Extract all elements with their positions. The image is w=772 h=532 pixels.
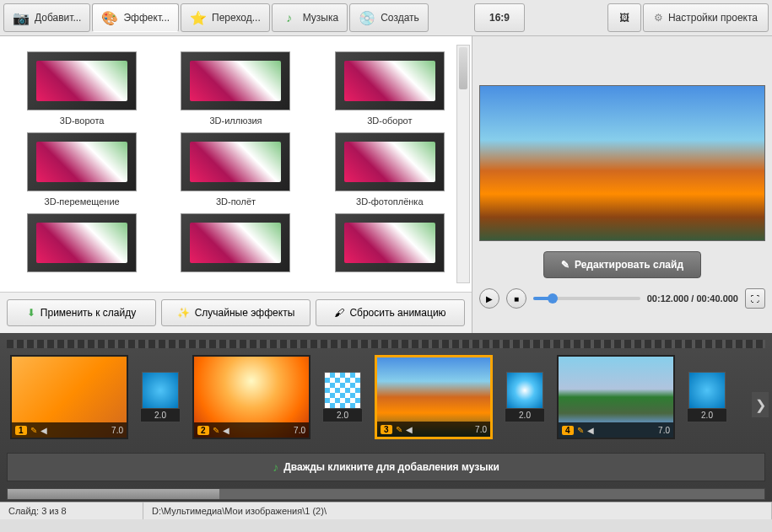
effect-label: 3D-иллюзия [162,116,309,126]
camera-icon: 📷 [13,9,30,26]
effects-grid: 3D-ворота 3D-иллюзия 3D-оборот 3D-переме… [0,36,472,292]
effect-label: 3D-фотоплёнка [316,196,463,207]
disc-icon: 💿 [359,9,375,26]
effect-item[interactable]: 3D-перемещение [8,132,155,207]
slide-number: 4 [562,426,574,435]
slide-duration: 7.0 [111,426,123,435]
effect-thumb [27,132,137,191]
button-label: Применить к слайду [40,307,136,319]
pencil-icon[interactable]: ✎ [30,426,37,435]
tab-label: Добавит... [35,12,81,24]
playback-controls: ▶ ■ 00:12.000 / 00:40.000 ⛶ [479,285,765,312]
button-label: Редактировать слайд [575,259,683,271]
slide-footer: 1 ✎ ◀ 7.0 [12,422,127,438]
effect-thumb [335,132,445,191]
fullscreen-button[interactable]: ⛶ [745,288,765,309]
transition-thumb [688,372,726,409]
timeline-next-button[interactable]: ❯ [752,392,769,417]
edit-slide-button[interactable]: ✎ Редактировать слайд [543,251,701,278]
effect-thumb [181,213,290,272]
effect-item[interactable]: 3D-ворота [8,51,155,126]
project-settings-button[interactable]: ⚙ Настройки проекта [643,3,769,32]
pencil-icon[interactable]: ✎ [577,426,584,435]
slide-footer: 4 ✎ ◀ 7.0 [559,422,673,438]
tab-transitions[interactable]: ⭐ Переход... [181,3,270,32]
effect-item[interactable] [162,213,309,277]
top-toolbar: 📷 Добавит... 🎨 Эффект... ⭐ Переход... ♪ … [0,0,772,36]
timeline-slide[interactable]: 2 ✎ ◀ 7.0 [192,355,310,439]
timeline-transition[interactable]: 2.0 [505,372,545,422]
effect-item[interactable]: 3D-полёт [162,132,309,207]
timeline-transition[interactable]: 2.0 [687,372,727,422]
timeline-scrollbar[interactable] [7,488,765,500]
slide-thumb: 4 ✎ ◀ 7.0 [557,355,675,439]
star-icon: ⭐ [190,9,207,26]
effect-item[interactable] [316,213,463,277]
pencil-icon[interactable]: ✎ [396,425,402,434]
timeline-transition[interactable]: 2.0 [140,372,181,422]
slide-footer: 2 ✎ ◀ 7.0 [194,422,309,438]
status-bar: Слайд: 3 из 8 D:\Мультимедиа\Мои изображ… [0,502,772,519]
pencil-icon[interactable]: ✎ [213,426,219,435]
status-path: D:\Мультимедиа\Мои изображения\1 (2)\ [143,502,772,519]
slide-number: 3 [381,425,392,434]
timeline-slide[interactable]: 3 ✎ ◀ 7.0 [375,355,493,439]
effects-scrollbar[interactable] [456,45,470,283]
main-tabs: 📷 Добавит... 🎨 Эффект... ⭐ Переход... ♪ … [3,3,467,32]
timeline-slide[interactable]: 4 ✎ ◀ 7.0 [557,355,675,439]
tab-music[interactable]: ♪ Музыка [272,3,348,32]
slide-duration: 7.0 [658,426,670,435]
playback-slider[interactable] [533,297,640,300]
random-effects-button[interactable]: ✨ Случайные эффекты [161,299,310,326]
effect-item[interactable]: 3D-оборот [316,51,463,126]
play-button[interactable]: ▶ [479,288,499,309]
button-label: Случайные эффекты [195,307,295,319]
effect-label: 3D-перемещение [8,196,155,207]
effects-panel: 3D-ворота 3D-иллюзия 3D-оборот 3D-переме… [0,36,472,333]
effect-thumb [181,51,290,110]
slide-number: 2 [197,426,209,435]
slide-thumb: 2 ✎ ◀ 7.0 [192,355,310,439]
slide-thumb: 3 ✎ ◀ 7.0 [375,355,493,439]
note-icon: ♪ [273,460,278,474]
effect-item[interactable] [8,213,155,277]
timeline-slide[interactable]: 1 ✎ ◀ 7.0 [10,355,128,439]
picture-icon: 🖼 [619,12,629,24]
aspect-ratio-button[interactable]: 16:9 [474,3,525,32]
sound-icon[interactable]: ◀ [406,425,413,434]
effect-label: 3D-оборот [316,116,463,126]
sound-icon[interactable]: ◀ [223,426,229,435]
reset-animation-button[interactable]: 🖌 Сбросить анимацию [316,299,465,326]
sound-icon[interactable]: ◀ [40,426,47,435]
button-label: Настройки проекта [668,12,758,24]
slide-duration: 7.0 [294,426,305,435]
tab-create[interactable]: 💿 Создать [349,3,429,32]
effect-thumb [181,132,290,191]
preview-image [479,85,765,241]
button-label: Сбросить анимацию [349,307,445,319]
sound-icon[interactable]: ◀ [587,426,594,435]
effect-item[interactable]: 3D-иллюзия [162,51,309,126]
apply-to-slide-button[interactable]: ⬇ Применить к слайду [7,299,156,326]
music-prompt-label: Дважды кликните для добавления музыки [283,461,499,473]
pencil-icon: ✎ [561,259,570,271]
right-toolbar: 16:9 🖼 ⚙ Настройки проекта [474,3,769,32]
effect-item[interactable]: 3D-фотоплёнка [316,132,463,207]
add-music-bar[interactable]: ♪ Дважды кликните для добавления музыки [7,453,765,481]
timeline: 1 ✎ ◀ 7.0 2.0 2 ✎ ◀ 7.0 2.0 3 ✎ ◀ 7.0 [0,333,772,502]
timeline-transition[interactable]: 2.0 [322,372,363,422]
note-icon: ♪ [281,9,298,26]
playback-time: 00:12.000 / 00:40.000 [647,293,738,304]
effect-thumb [27,51,137,110]
transition-duration: 2.0 [322,408,363,422]
tab-effects[interactable]: 🎨 Эффект... [92,3,179,32]
tab-add[interactable]: 📷 Добавит... [3,3,90,32]
wand-icon: ✨ [177,307,190,319]
status-slide-info: Слайд: 3 из 8 [0,502,143,519]
slides-row: 1 ✎ ◀ 7.0 2.0 2 ✎ ◀ 7.0 2.0 3 ✎ ◀ 7.0 [7,352,765,443]
effect-thumb [27,213,137,272]
preview-panel: ✎ Редактировать слайд ▶ ■ 00:12.000 / 00… [472,36,772,333]
slide-footer: 3 ✎ ◀ 7.0 [377,422,490,437]
stop-button[interactable]: ■ [506,288,526,309]
background-button[interactable]: 🖼 [607,3,641,32]
